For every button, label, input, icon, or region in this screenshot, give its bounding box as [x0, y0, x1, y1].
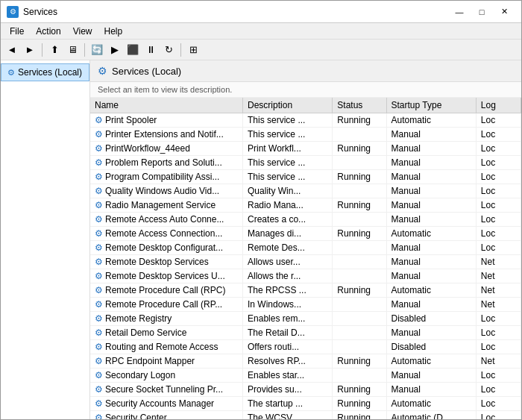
- window-title: Services: [23, 7, 57, 17]
- service-log-cell: Loc: [476, 113, 521, 128]
- toolbar-up[interactable]: ⬆: [46, 42, 63, 58]
- service-icon: ⚙: [95, 129, 103, 140]
- maximize-button[interactable]: □: [471, 4, 493, 19]
- service-name-cell: ⚙Retail Demo Service: [90, 326, 243, 340]
- table-row[interactable]: ⚙Remote Access Auto Conne...Creates a co…: [90, 213, 521, 227]
- service-startup-cell: Manual: [386, 156, 476, 170]
- service-desc-cell: This service ...: [243, 156, 333, 170]
- service-name-cell: ⚙Remote Registry: [90, 312, 243, 326]
- table-row[interactable]: ⚙Retail Demo ServiceThe Retail D...Manua…: [90, 326, 521, 340]
- col-header-startup[interactable]: Startup Type: [386, 98, 476, 113]
- app-icon: ⚙: [7, 6, 19, 18]
- service-log-cell: Loc: [476, 213, 521, 227]
- menu-file[interactable]: File: [4, 25, 30, 38]
- service-icon: ⚙: [95, 214, 103, 225]
- table-row[interactable]: ⚙Remote Access Connection...Manages di..…: [90, 227, 521, 241]
- table-row[interactable]: ⚙Routing and Remote AccessOffers routi..…: [90, 340, 521, 354]
- col-header-log[interactable]: Log: [476, 98, 521, 113]
- service-name-cell: ⚙Quality Windows Audio Vid...: [90, 184, 243, 198]
- panel-header: ⚙ Services (Local): [90, 60, 521, 82]
- panel-header-title: Services (Local): [112, 66, 181, 77]
- service-status-cell: Running: [333, 113, 386, 128]
- service-desc-cell: Provides su...: [243, 383, 333, 397]
- services-tbody: ⚙Print SpoolerThis service ...RunningAut…: [90, 113, 521, 420]
- table-row[interactable]: ⚙Remote Procedure Call (RP...In Windows.…: [90, 298, 521, 312]
- service-icon: ⚙: [95, 356, 103, 366]
- service-status-cell: Running: [333, 383, 386, 397]
- description-bar: Select an item to view its description.: [90, 82, 521, 98]
- service-status-cell: Running: [333, 142, 386, 156]
- service-log-cell: Loc: [476, 198, 521, 213]
- right-panel: ⚙ Services (Local) Select an item to vie…: [90, 60, 521, 419]
- table-row[interactable]: ⚙Remote Procedure Call (RPC)The RPCSS ..…: [90, 283, 521, 298]
- menu-view[interactable]: View: [67, 25, 98, 38]
- table-row[interactable]: ⚙Remote RegistryEnables rem...DisabledLo…: [90, 312, 521, 326]
- col-header-name[interactable]: Name: [90, 98, 243, 113]
- table-row[interactable]: ⚙Problem Reports and Soluti...This servi…: [90, 156, 521, 170]
- service-name-cell: ⚙Remote Desktop Services: [90, 255, 243, 269]
- service-log-cell: Loc: [476, 312, 521, 326]
- table-row[interactable]: ⚙Program Compatibility Assi...This servi…: [90, 170, 521, 184]
- sidebar: ⚙ Services (Local): [1, 60, 90, 419]
- service-status-cell: Running: [333, 397, 386, 411]
- table-row[interactable]: ⚙Quality Windows Audio Vid...Quality Win…: [90, 184, 521, 198]
- table-row[interactable]: ⚙Security Accounts ManagerThe startup ..…: [90, 397, 521, 411]
- table-row[interactable]: ⚙Security CenterThe WCSV...RunningAutoma…: [90, 411, 521, 420]
- service-status-cell: [333, 128, 386, 142]
- toolbar-forward[interactable]: ►: [22, 42, 38, 58]
- toolbar-back[interactable]: ◄: [4, 42, 20, 58]
- service-log-cell: Net: [476, 269, 521, 283]
- toolbar-pause[interactable]: ⏸: [142, 42, 159, 58]
- toolbar-properties[interactable]: ⊞: [185, 42, 201, 58]
- close-button[interactable]: ✕: [493, 4, 515, 19]
- menu-help[interactable]: Help: [98, 25, 129, 38]
- minimize-button[interactable]: —: [448, 4, 471, 19]
- menu-action[interactable]: Action: [30, 25, 66, 38]
- col-header-status[interactable]: Status: [333, 98, 386, 113]
- service-icon: ⚙: [95, 370, 103, 380]
- service-desc-cell: This service ...: [243, 170, 333, 184]
- service-log-cell: Loc: [476, 142, 521, 156]
- table-row[interactable]: ⚙Print SpoolerThis service ...RunningAut…: [90, 113, 521, 128]
- toolbar-restart[interactable]: ↻: [160, 42, 177, 58]
- service-status-cell: Running: [333, 411, 386, 420]
- sidebar-item-services-local[interactable]: ⚙ Services (Local): [1, 63, 89, 81]
- table-row[interactable]: ⚙PrintWorkflow_44eedPrint Workfl...Runni…: [90, 142, 521, 156]
- service-icon: ⚙: [95, 172, 103, 182]
- services-table-container[interactable]: Name Description Status Startup Type Log…: [90, 98, 521, 419]
- service-name-cell: ⚙Security Center: [90, 411, 243, 420]
- service-desc-cell: Remote Des...: [243, 241, 333, 255]
- service-icon: ⚙: [95, 285, 103, 295]
- table-row[interactable]: ⚙Remote Desktop Services U...Allows the …: [90, 269, 521, 283]
- service-startup-cell: Manual: [386, 170, 476, 184]
- sidebar-gear-icon: ⚙: [7, 68, 15, 78]
- service-log-cell: Loc: [476, 383, 521, 397]
- service-desc-cell: Offers routi...: [243, 340, 333, 354]
- table-row[interactable]: ⚙Printer Extensions and Notif...This ser…: [90, 128, 521, 142]
- service-name-cell: ⚙Remote Procedure Call (RP...: [90, 298, 243, 312]
- table-row[interactable]: ⚙Secondary LogonEnables star...ManualLoc: [90, 369, 521, 383]
- service-desc-cell: Manages di...: [243, 227, 333, 241]
- col-header-desc[interactable]: Description: [243, 98, 333, 113]
- toolbar-play[interactable]: ▶: [107, 42, 123, 58]
- service-name-cell: ⚙RPC Endpoint Mapper: [90, 354, 243, 369]
- service-status-cell: [333, 369, 386, 383]
- table-row[interactable]: ⚙Secure Socket Tunneling Pr...Provides s…: [90, 383, 521, 397]
- service-startup-cell: Manual: [386, 142, 476, 156]
- service-icon: ⚙: [95, 115, 103, 125]
- service-name-cell: ⚙PrintWorkflow_44eed: [90, 142, 243, 156]
- table-row[interactable]: ⚙RPC Endpoint MapperResolves RP...Runnin…: [90, 354, 521, 369]
- toolbar-show-hide[interactable]: 🖥: [64, 42, 81, 58]
- service-startup-cell: Automatic: [386, 227, 476, 241]
- table-row[interactable]: ⚙Radio Management ServiceRadio Mana...Ru…: [90, 198, 521, 213]
- service-status-cell: Running: [333, 227, 386, 241]
- service-log-cell: Loc: [476, 411, 521, 420]
- service-desc-cell: The startup ...: [243, 397, 333, 411]
- service-status-cell: Running: [333, 198, 386, 213]
- service-startup-cell: Automatic: [386, 354, 476, 369]
- table-row[interactable]: ⚙Remote Desktop Configurat...Remote Des.…: [90, 241, 521, 255]
- toolbar-stop[interactable]: ⬛: [125, 42, 141, 58]
- toolbar-refresh[interactable]: 🔄: [89, 42, 105, 58]
- table-row[interactable]: ⚙Remote Desktop ServicesAllows user...Ma…: [90, 255, 521, 269]
- service-startup-cell: Manual: [386, 198, 476, 213]
